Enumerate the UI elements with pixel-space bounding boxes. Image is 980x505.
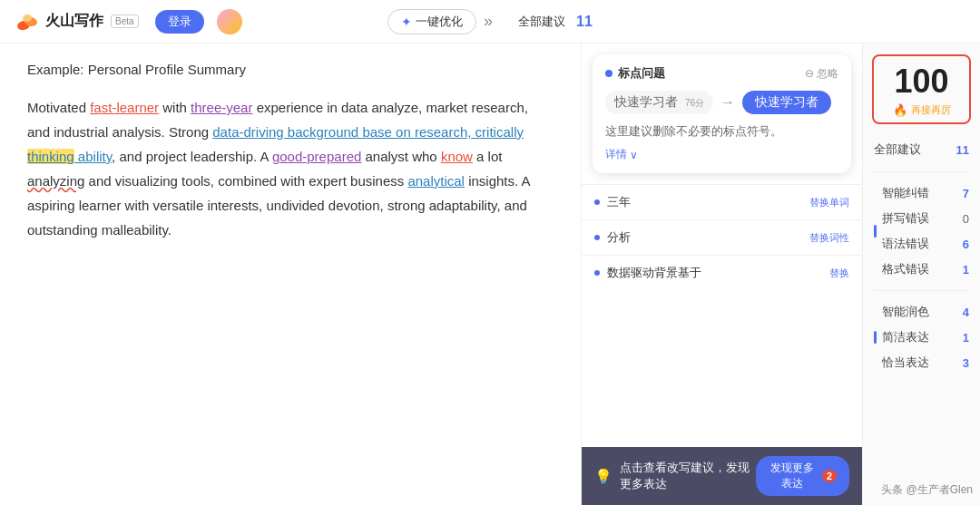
card-desc: 这里建议删除不必要的标点符号。 xyxy=(605,123,838,140)
format-error-label: 格式错误 xyxy=(882,261,929,277)
accent-bar-2 xyxy=(874,331,877,344)
divider-2 xyxy=(874,290,969,291)
bottom-tip: 💡 点击查看改写建议，发现更多表达 xyxy=(594,460,756,492)
header-center: ✦ 一键优化 » 全部建议 11 xyxy=(387,9,593,34)
text-and-project: , and project leadership. A xyxy=(112,149,272,164)
score-action: 🔥 再接再厉 xyxy=(893,103,951,117)
discover-label: 发现更多表达 xyxy=(769,461,817,491)
word-suggested[interactable]: 快速学习者 xyxy=(742,91,831,114)
logo-text: 火山写作 xyxy=(45,12,103,31)
ignore-icon: ⊖ xyxy=(805,67,814,80)
suggestion-card: 标点问题 ⊖ 忽略 快速学习者 76分 → 快速学习者 这里建议删除不必要的标点… xyxy=(593,54,851,173)
main-layout: Example: Personal Profile Summary Motiva… xyxy=(0,44,980,505)
text-three-year: three-year xyxy=(191,100,252,115)
suggestion-item-2: 分析 替换词性 xyxy=(582,219,862,255)
text-analyst: analyst who xyxy=(361,149,441,164)
login-button[interactable]: 登录 xyxy=(155,10,204,34)
optimize-button[interactable]: ✦ 一键优化 xyxy=(387,9,476,34)
smart-correction-group: 智能纠错 7 拼写错误 0 语法错误 6 格式错误 1 xyxy=(863,176,980,286)
sidebar-row-spell[interactable]: 拼写错误 0 xyxy=(882,206,969,231)
text-thinking: thinking xyxy=(27,149,74,164)
discover-badge: 2 xyxy=(822,470,837,482)
word-compare: 快速学习者 76分 → 快速学习者 xyxy=(605,91,838,114)
sidebar-row-concise[interactable]: 简洁表达 1 xyxy=(882,325,969,350)
word-arrow-icon: → xyxy=(720,94,735,111)
text-fast-learner: fast-learner xyxy=(90,100,159,115)
editor-area: Example: Personal Profile Summary Motiva… xyxy=(0,44,581,505)
word-original: 快速学习者 76分 xyxy=(605,91,713,114)
ignore-button[interactable]: ⊖ 忽略 xyxy=(805,66,838,82)
text-alot: a lot xyxy=(473,149,503,164)
sidebar-row-appropriate[interactable]: 恰当表达 3 xyxy=(882,350,969,375)
fire-icon: 🔥 xyxy=(893,103,907,117)
sidebar-row-grammar[interactable]: 语法错误 6 xyxy=(882,231,969,257)
sidebar-row-smart[interactable]: 智能纠错 7 xyxy=(882,180,969,206)
user-avatar xyxy=(217,9,242,34)
chevron-down-icon: ∨ xyxy=(630,149,638,161)
appropriate-count: 3 xyxy=(963,356,969,370)
sidebar-row-all[interactable]: 全部建议 11 xyxy=(874,137,969,162)
all-suggestions-count: 11 xyxy=(956,143,969,157)
text-analytical: analytical xyxy=(407,173,465,189)
concise-label: 简洁表达 xyxy=(882,329,929,345)
grammar-error-count: 6 xyxy=(963,238,969,251)
text-good-prepared: good-prepared xyxy=(272,149,361,164)
divider-1 xyxy=(874,171,969,172)
text-motivated: Motivated xyxy=(27,100,90,115)
card-label: 标点问题 xyxy=(605,65,665,82)
card-dot-icon xyxy=(605,70,612,77)
smart-tone-count: 4 xyxy=(963,306,969,319)
sug-dot-1 xyxy=(594,199,600,205)
tip-bulb-icon: 💡 xyxy=(594,468,612,485)
right-sidebar: 100 🔥 再接再厉 全部建议 11 智能纠错 7 拼写错误 xyxy=(862,44,980,505)
score-number: 100 xyxy=(894,65,948,98)
logo-icon xyxy=(15,9,40,34)
text-analyzing: analyzing xyxy=(27,173,84,189)
format-error-count: 1 xyxy=(963,263,969,277)
concise-count: 1 xyxy=(963,331,969,345)
suggestion-item-1: 三年 替换单词 xyxy=(582,184,862,219)
sidebar-row-smart-tone[interactable]: 智能润色 4 xyxy=(882,299,969,325)
sug-dot-3 xyxy=(594,270,600,276)
smart-tone-section: 智能润色 4 简洁表达 1 恰当表达 3 xyxy=(882,299,969,375)
beta-badge: Beta xyxy=(111,15,139,28)
sidebar-row-format[interactable]: 格式错误 1 xyxy=(882,257,969,282)
logo-area: 火山写作 Beta 登录 xyxy=(15,9,242,34)
doc-body: Motivated fast-learner with three-year e… xyxy=(27,95,554,242)
spell-error-label: 拼写错误 xyxy=(882,210,929,227)
smart-correction-label: 智能纠错 xyxy=(882,185,929,201)
app-header: 火山写作 Beta 登录 ✦ 一键优化 » 全部建议 11 xyxy=(0,0,980,44)
sidebar-section-all: 全部建议 11 xyxy=(863,131,980,168)
text-visualizing: and visualizing tools, combined with exp… xyxy=(84,173,407,189)
tip-text: 点击查看改写建议，发现更多表达 xyxy=(620,460,756,492)
sug-text-1: 三年 xyxy=(607,194,802,210)
discover-button[interactable]: 发现更多表达 2 xyxy=(756,456,849,496)
smart-correction-section: 智能纠错 7 拼写错误 0 语法错误 6 格式错误 1 xyxy=(882,180,969,282)
smart-correction-count: 7 xyxy=(963,187,969,200)
sug-tag-3[interactable]: 替换 xyxy=(829,267,849,280)
bottom-bar: 💡 点击查看改写建议，发现更多表达 发现更多表达 2 xyxy=(582,447,862,505)
card-header: 标点问题 ⊖ 忽略 xyxy=(605,65,838,82)
sug-tag-1[interactable]: 替换单词 xyxy=(809,196,849,209)
original-score: 76分 xyxy=(685,98,704,108)
text-with: with xyxy=(159,100,191,115)
sug-text-2: 分析 xyxy=(607,229,802,246)
smart-tone-label: 智能润色 xyxy=(882,304,929,320)
watermark: 头条 @生产者Glen xyxy=(881,482,973,498)
score-action-label: 再接再厉 xyxy=(911,103,951,117)
doc-title: Example: Personal Profile Summary xyxy=(27,62,554,77)
suggestion-item-3: 数据驱动背景基于 替换 xyxy=(582,255,862,290)
all-suggestions-label: 全部建议 xyxy=(874,141,921,158)
middle-panel: 标点问题 ⊖ 忽略 快速学习者 76分 → 快速学习者 这里建议删除不必要的标点… xyxy=(581,44,862,505)
suggestions-label: 全部建议 xyxy=(518,14,565,30)
sug-text-3: 数据驱动背景基于 xyxy=(607,265,822,281)
score-card: 100 🔥 再接再厉 xyxy=(872,54,971,124)
appropriate-label: 恰当表达 xyxy=(882,354,929,371)
sug-tag-2[interactable]: 替换词性 xyxy=(809,231,849,245)
spell-error-count: 0 xyxy=(963,212,969,226)
card-detail-button[interactable]: 详情 ∨ xyxy=(605,147,838,162)
sug-dot-2 xyxy=(594,235,600,240)
grammar-error-label: 语法错误 xyxy=(882,236,929,252)
more-button[interactable]: » xyxy=(484,12,493,31)
smart-tone-group: 智能润色 4 简洁表达 1 恰当表达 3 xyxy=(863,295,980,380)
